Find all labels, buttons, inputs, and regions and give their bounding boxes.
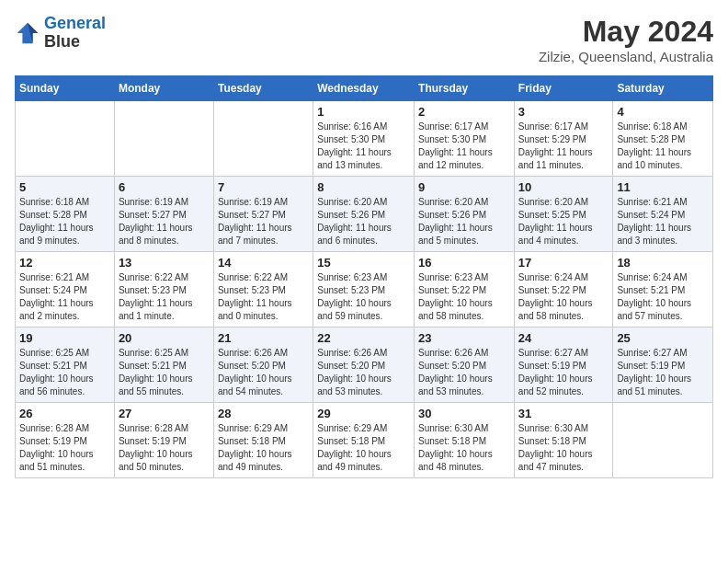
day-number: 25: [617, 331, 709, 345]
calendar-cell: 16Sunrise: 6:23 AM Sunset: 5:22 PM Dayli…: [415, 252, 515, 327]
day-info: Sunrise: 6:21 AM Sunset: 5:24 PM Dayligh…: [617, 196, 709, 247]
header-day-friday: Friday: [514, 76, 613, 101]
day-number: 24: [518, 331, 609, 345]
header-day-thursday: Thursday: [415, 76, 515, 101]
calendar-cell: 18Sunrise: 6:24 AM Sunset: 5:21 PM Dayli…: [613, 252, 713, 327]
calendar-cell: 24Sunrise: 6:27 AM Sunset: 5:19 PM Dayli…: [514, 327, 613, 403]
calendar-week-2: 5Sunrise: 6:18 AM Sunset: 5:28 PM Daylig…: [16, 177, 713, 252]
calendar-cell: 25Sunrise: 6:27 AM Sunset: 5:19 PM Dayli…: [613, 327, 713, 403]
day-info: Sunrise: 6:23 AM Sunset: 5:23 PM Dayligh…: [317, 271, 410, 323]
logo-line1: General: [44, 14, 106, 32]
day-number: 22: [317, 331, 410, 345]
header-day-wednesday: Wednesday: [313, 76, 415, 101]
header-day-tuesday: Tuesday: [213, 76, 313, 101]
calendar-body: 1Sunrise: 6:16 AM Sunset: 5:30 PM Daylig…: [16, 101, 713, 478]
day-number: 10: [518, 180, 609, 194]
day-number: 14: [218, 256, 309, 270]
day-number: 18: [617, 256, 709, 270]
day-info: Sunrise: 6:30 AM Sunset: 5:18 PM Dayligh…: [418, 422, 510, 474]
calendar-cell: [114, 101, 213, 177]
logo-icon: [15, 20, 40, 46]
day-info: Sunrise: 6:25 AM Sunset: 5:21 PM Dayligh…: [19, 347, 110, 398]
day-number: 6: [119, 180, 210, 194]
calendar-week-3: 12Sunrise: 6:21 AM Sunset: 5:24 PM Dayli…: [16, 252, 713, 327]
calendar-cell: 20Sunrise: 6:25 AM Sunset: 5:21 PM Dayli…: [114, 327, 213, 403]
day-number: 7: [218, 180, 309, 194]
calendar-cell: 10Sunrise: 6:20 AM Sunset: 5:25 PM Dayli…: [514, 177, 613, 252]
day-number: 19: [19, 331, 110, 345]
calendar-cell: 17Sunrise: 6:24 AM Sunset: 5:22 PM Dayli…: [514, 252, 613, 327]
main-title: May 2024: [539, 15, 713, 49]
calendar-cell: 8Sunrise: 6:20 AM Sunset: 5:26 PM Daylig…: [313, 177, 415, 252]
calendar-cell: 31Sunrise: 6:30 AM Sunset: 5:18 PM Dayli…: [514, 403, 613, 478]
day-number: 17: [518, 256, 609, 270]
day-info: Sunrise: 6:24 AM Sunset: 5:21 PM Dayligh…: [617, 271, 709, 323]
title-section: May 2024 Zilzie, Queensland, Australia: [539, 15, 713, 64]
header-row: SundayMondayTuesdayWednesdayThursdayFrid…: [16, 76, 713, 101]
day-number: 2: [418, 105, 510, 119]
day-info: Sunrise: 6:20 AM Sunset: 5:26 PM Dayligh…: [418, 196, 510, 247]
day-number: 3: [518, 105, 609, 119]
calendar-cell: 26Sunrise: 6:28 AM Sunset: 5:19 PM Dayli…: [16, 403, 115, 478]
day-info: Sunrise: 6:20 AM Sunset: 5:25 PM Dayligh…: [518, 196, 609, 247]
day-number: 26: [19, 407, 110, 420]
calendar-cell: 6Sunrise: 6:19 AM Sunset: 5:27 PM Daylig…: [114, 177, 213, 252]
day-info: Sunrise: 6:17 AM Sunset: 5:29 PM Dayligh…: [518, 121, 609, 172]
logo-line2: Blue: [44, 33, 106, 52]
calendar-week-1: 1Sunrise: 6:16 AM Sunset: 5:30 PM Daylig…: [16, 101, 713, 177]
day-number: 27: [119, 407, 210, 420]
day-info: Sunrise: 6:23 AM Sunset: 5:22 PM Dayligh…: [418, 271, 510, 323]
day-number: 13: [119, 256, 210, 270]
calendar-cell: 11Sunrise: 6:21 AM Sunset: 5:24 PM Dayli…: [613, 177, 713, 252]
day-number: 1: [317, 105, 410, 119]
header-day-saturday: Saturday: [613, 76, 713, 101]
day-info: Sunrise: 6:18 AM Sunset: 5:28 PM Dayligh…: [19, 196, 110, 247]
calendar-cell: 29Sunrise: 6:29 AM Sunset: 5:18 PM Dayli…: [313, 403, 415, 478]
calendar-cell: 1Sunrise: 6:16 AM Sunset: 5:30 PM Daylig…: [313, 101, 415, 177]
calendar-cell: 27Sunrise: 6:28 AM Sunset: 5:19 PM Dayli…: [114, 403, 213, 478]
day-info: Sunrise: 6:24 AM Sunset: 5:22 PM Dayligh…: [518, 271, 609, 323]
day-info: Sunrise: 6:21 AM Sunset: 5:24 PM Dayligh…: [19, 271, 110, 323]
day-info: Sunrise: 6:26 AM Sunset: 5:20 PM Dayligh…: [317, 347, 410, 398]
calendar-cell: 4Sunrise: 6:18 AM Sunset: 5:28 PM Daylig…: [613, 101, 713, 177]
day-number: 29: [317, 407, 410, 420]
day-info: Sunrise: 6:26 AM Sunset: 5:20 PM Dayligh…: [218, 347, 309, 398]
day-info: Sunrise: 6:26 AM Sunset: 5:20 PM Dayligh…: [418, 347, 510, 398]
day-info: Sunrise: 6:30 AM Sunset: 5:18 PM Dayligh…: [518, 422, 609, 474]
day-number: 15: [317, 256, 410, 270]
calendar-cell: 7Sunrise: 6:19 AM Sunset: 5:27 PM Daylig…: [213, 177, 313, 252]
day-info: Sunrise: 6:28 AM Sunset: 5:19 PM Dayligh…: [19, 422, 110, 474]
day-info: Sunrise: 6:18 AM Sunset: 5:28 PM Dayligh…: [617, 121, 709, 172]
calendar-cell: [16, 101, 115, 177]
day-number: 4: [617, 105, 709, 119]
day-number: 30: [418, 407, 510, 420]
day-number: 31: [518, 407, 609, 420]
calendar-cell: 30Sunrise: 6:30 AM Sunset: 5:18 PM Dayli…: [415, 403, 515, 478]
day-info: Sunrise: 6:19 AM Sunset: 5:27 PM Dayligh…: [119, 196, 210, 247]
calendar-cell: 15Sunrise: 6:23 AM Sunset: 5:23 PM Dayli…: [313, 252, 415, 327]
day-info: Sunrise: 6:19 AM Sunset: 5:27 PM Dayligh…: [218, 196, 309, 247]
logo: General Blue: [15, 15, 106, 52]
day-number: 8: [317, 180, 410, 194]
day-info: Sunrise: 6:22 AM Sunset: 5:23 PM Dayligh…: [119, 271, 210, 323]
day-info: Sunrise: 6:28 AM Sunset: 5:19 PM Dayligh…: [119, 422, 210, 474]
header-day-sunday: Sunday: [16, 76, 115, 101]
day-info: Sunrise: 6:25 AM Sunset: 5:21 PM Dayligh…: [119, 347, 210, 398]
calendar-cell: 9Sunrise: 6:20 AM Sunset: 5:26 PM Daylig…: [415, 177, 515, 252]
day-number: 20: [119, 331, 210, 345]
day-info: Sunrise: 6:27 AM Sunset: 5:19 PM Dayligh…: [518, 347, 609, 398]
day-info: Sunrise: 6:27 AM Sunset: 5:19 PM Dayligh…: [617, 347, 709, 398]
day-info: Sunrise: 6:29 AM Sunset: 5:18 PM Dayligh…: [317, 422, 410, 474]
day-info: Sunrise: 6:16 AM Sunset: 5:30 PM Dayligh…: [317, 121, 410, 172]
calendar-cell: [613, 403, 713, 478]
calendar-cell: 13Sunrise: 6:22 AM Sunset: 5:23 PM Dayli…: [114, 252, 213, 327]
calendar-cell: 19Sunrise: 6:25 AM Sunset: 5:21 PM Dayli…: [16, 327, 115, 403]
calendar-cell: 21Sunrise: 6:26 AM Sunset: 5:20 PM Dayli…: [213, 327, 313, 403]
day-number: 12: [19, 256, 110, 270]
day-number: 21: [218, 331, 309, 345]
day-number: 11: [617, 180, 709, 194]
day-info: Sunrise: 6:17 AM Sunset: 5:30 PM Dayligh…: [418, 121, 510, 172]
day-number: 16: [418, 256, 510, 270]
subtitle: Zilzie, Queensland, Australia: [539, 49, 713, 64]
calendar-cell: 14Sunrise: 6:22 AM Sunset: 5:23 PM Dayli…: [213, 252, 313, 327]
